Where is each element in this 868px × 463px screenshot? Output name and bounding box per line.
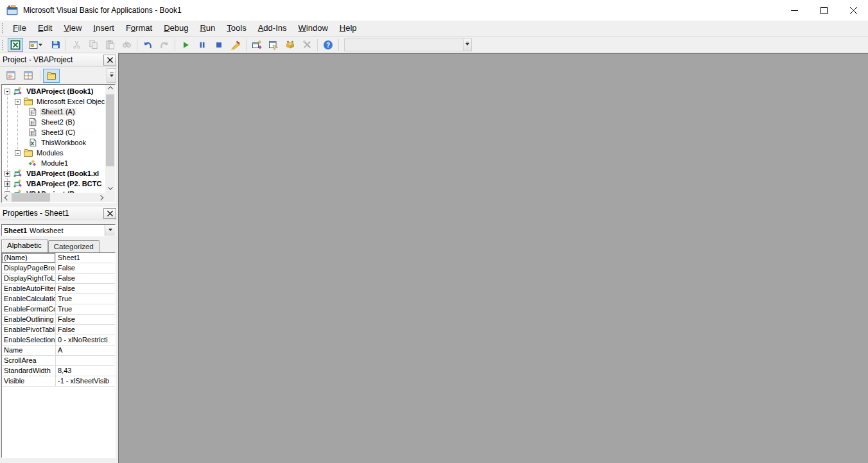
menu-format[interactable]: Format <box>120 21 158 36</box>
menu-file[interactable]: File <box>7 21 32 36</box>
close-button[interactable] <box>838 0 868 21</box>
tree-item-sheet3[interactable]: Sheet3 (C) <box>2 127 115 137</box>
property-row[interactable]: EnableOutlining False <box>2 315 115 325</box>
menu-view[interactable]: View <box>58 21 87 36</box>
property-name[interactable]: EnableCalculation <box>2 294 56 304</box>
property-row[interactable]: (Name) Sheet1 <box>2 253 115 263</box>
property-name[interactable]: EnableOutlining <box>2 315 56 324</box>
toolbar-position-box[interactable] <box>344 39 464 51</box>
tree-item-module1[interactable]: Module1 <box>2 158 115 168</box>
help-button[interactable]: ? <box>320 38 336 52</box>
property-value[interactable]: Sheet1 <box>56 253 115 263</box>
property-value[interactable]: 0 - xlNoRestricti <box>56 335 115 345</box>
scroll-up-button[interactable] <box>105 85 115 94</box>
property-name[interactable]: (Name) <box>2 253 56 263</box>
copy-button[interactable] <box>85 38 101 52</box>
property-row[interactable]: EnableAutoFilter False <box>2 284 115 294</box>
property-name[interactable]: EnableFormatCon <box>2 304 56 314</box>
collapse-toggle[interactable]: - <box>15 150 21 156</box>
property-value[interactable]: True <box>56 294 115 304</box>
scroll-down-button[interactable] <box>105 183 115 193</box>
toggle-folders-button[interactable] <box>43 69 60 83</box>
undo-button[interactable] <box>140 38 155 52</box>
vertical-scroll-thumb[interactable] <box>106 94 114 166</box>
tree-item-modules[interactable]: - Modules <box>2 148 115 158</box>
property-row[interactable]: Name A <box>2 345 115 356</box>
tree-item-vbaproject-book1xl[interactable]: + VBAProject (Book1.xl <box>2 168 115 179</box>
menu-window[interactable]: Window <box>293 21 334 36</box>
menu-tools[interactable]: Tools <box>221 21 252 36</box>
menu-run[interactable]: Run <box>194 21 221 36</box>
toolbar-options-button[interactable] <box>464 39 472 51</box>
properties-panel-titlebar[interactable]: Properties - Sheet1 <box>0 207 117 220</box>
property-row[interactable]: EnablePivotTable False <box>2 325 115 335</box>
property-value[interactable]: False <box>56 274 115 283</box>
redo-button[interactable] <box>157 38 172 52</box>
menubar-grip[interactable] <box>2 23 4 33</box>
menu-addins[interactable]: Add-Ins <box>252 21 293 36</box>
tree-item-vbaproject-p2bctc[interactable]: + VBAProject (P2. BCTC <box>2 179 115 189</box>
minimize-button[interactable] <box>779 0 809 21</box>
project-tree-vertical-scrollbar[interactable] <box>105 85 115 193</box>
tree-item-thisworkbook[interactable]: ThisWorkbook <box>2 137 115 148</box>
expand-toggle[interactable]: + <box>4 171 10 177</box>
property-name[interactable]: Visible <box>2 376 56 386</box>
insert-userform-button[interactable] <box>24 38 46 52</box>
property-value[interactable]: -1 - xlSheetVisib <box>56 376 115 386</box>
property-name[interactable]: ScrollArea <box>2 356 56 365</box>
property-value[interactable]: False <box>56 315 115 324</box>
paste-button[interactable] <box>102 38 117 52</box>
properties-panel-close-button[interactable] <box>103 208 116 219</box>
maximize-button[interactable] <box>809 0 838 21</box>
property-row[interactable]: ScrollArea <box>2 356 115 366</box>
project-tree-horizontal-scrollbar[interactable] <box>2 193 105 202</box>
save-button[interactable] <box>48 38 63 52</box>
tab-categorized[interactable]: Categorized <box>48 240 100 252</box>
project-panel-titlebar[interactable]: Project - VBAProject <box>0 53 117 67</box>
collapse-toggle[interactable]: - <box>4 89 10 94</box>
property-value[interactable] <box>56 356 115 365</box>
property-name[interactable]: StandardWidth <box>2 366 56 376</box>
project-panel-close-button[interactable] <box>103 55 116 66</box>
view-code-button[interactable] <box>3 69 19 83</box>
tree-item-sheet1[interactable]: Sheet1 (A) <box>2 107 115 117</box>
design-mode-button[interactable] <box>228 38 243 52</box>
property-name[interactable]: EnableAutoFilter <box>2 284 56 293</box>
property-row[interactable]: EnableFormatCon True <box>2 304 115 315</box>
menu-debug[interactable]: Debug <box>158 21 194 36</box>
scroll-right-button[interactable] <box>96 193 105 202</box>
property-name[interactable]: EnablePivotTable <box>2 325 56 335</box>
menu-help[interactable]: Help <box>334 21 363 36</box>
properties-window-button[interactable] <box>266 38 281 52</box>
collapse-toggle[interactable]: - <box>15 99 21 105</box>
property-value[interactable]: True <box>56 304 115 314</box>
object-browser-button[interactable] <box>282 38 298 52</box>
property-value[interactable]: False <box>56 284 115 293</box>
property-row[interactable]: DisplayRightToLef False <box>2 274 115 284</box>
horizontal-scroll-thumb[interactable] <box>12 193 50 202</box>
scroll-left-button[interactable] <box>2 193 12 202</box>
menu-insert[interactable]: Insert <box>87 21 120 36</box>
property-name[interactable]: DisplayRightToLef <box>2 274 56 283</box>
property-row[interactable]: DisplayPageBreak False <box>2 263 115 274</box>
project-panel-options-button[interactable] <box>107 68 116 83</box>
property-value[interactable]: False <box>56 263 115 273</box>
object-selector-dropdown-button[interactable] <box>105 225 115 236</box>
property-name[interactable]: EnableSelection <box>2 335 56 345</box>
property-name[interactable]: DisplayPageBreak <box>2 263 56 273</box>
toolbox-button[interactable] <box>299 38 315 52</box>
property-row[interactable]: EnableSelection 0 - xlNoRestricti <box>2 335 115 345</box>
expand-toggle[interactable]: + <box>4 181 10 187</box>
property-row[interactable]: StandardWidth 8,43 <box>2 366 115 376</box>
tree-item-vbaproject-book1[interactable]: - VBAProject (Book1) <box>2 86 115 96</box>
run-button[interactable] <box>178 38 193 52</box>
find-button[interactable] <box>119 38 134 52</box>
view-excel-button[interactable] <box>8 38 23 52</box>
property-value[interactable]: A <box>56 345 115 355</box>
toolbar-grip[interactable] <box>2 40 4 50</box>
property-row[interactable]: EnableCalculation True <box>2 294 115 304</box>
view-object-button[interactable] <box>20 69 37 83</box>
menu-edit[interactable]: Edit <box>32 21 58 36</box>
property-value[interactable]: False <box>56 325 115 335</box>
project-explorer-button[interactable] <box>249 38 265 52</box>
